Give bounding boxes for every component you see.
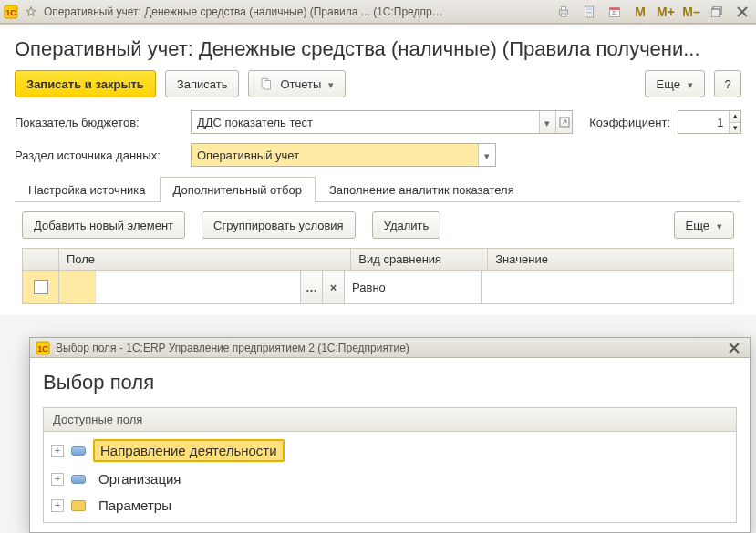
save-label: Записать xyxy=(177,77,228,91)
group-conditions-label: Сгруппировать условия xyxy=(213,219,344,232)
grid-row[interactable]: … × Равно xyxy=(23,271,733,303)
svg-point-8 xyxy=(588,12,589,13)
grid-cell-val[interactable] xyxy=(482,271,733,303)
svg-point-11 xyxy=(588,14,589,15)
grid-cell-field[interactable]: … × xyxy=(59,271,345,303)
grid-cell-cmp[interactable]: Равно xyxy=(345,271,482,303)
dialog-window-title: Выбор поля - 1С:ERP Управление предприят… xyxy=(56,342,409,354)
chevron-down-icon[interactable] xyxy=(478,144,495,166)
more-label: Еще xyxy=(657,77,680,91)
memory-mplus-button[interactable]: M+ xyxy=(656,3,676,21)
page-title: Оперативный учет: Денежные средства (нал… xyxy=(15,37,741,61)
svg-point-7 xyxy=(586,12,587,13)
clear-button[interactable]: × xyxy=(322,271,344,303)
grid-header-cmp: Вид сравнения xyxy=(351,249,488,270)
main-content: Оперативный учет: Денежные средства (нал… xyxy=(0,24,756,315)
svg-point-10 xyxy=(586,14,587,15)
help-label: ? xyxy=(724,77,730,91)
tree-item-organization[interactable]: + Организация xyxy=(49,466,730,492)
calculator-icon[interactable] xyxy=(579,3,599,21)
tab-source-settings[interactable]: Настройка источника xyxy=(15,177,160,202)
grid-cell-field-value[interactable] xyxy=(96,271,300,303)
reports-button[interactable]: Отчеты xyxy=(248,70,346,97)
checkbox-icon[interactable] xyxy=(34,280,48,294)
more-button[interactable]: Еще xyxy=(645,70,705,97)
memory-mminus-button[interactable]: M– xyxy=(681,3,701,21)
section-label: Раздел источника данных: xyxy=(15,149,183,162)
star-icon[interactable] xyxy=(24,5,38,19)
field-picker-dialog: 1C Выбор поля - 1С:ERP Управление предпр… xyxy=(29,337,751,533)
tab-fill-analytics[interactable]: Заполнение аналитик показателя xyxy=(316,177,528,202)
svg-rect-4 xyxy=(561,14,565,16)
dialog-close-icon[interactable] xyxy=(724,339,744,357)
indicator-input[interactable] xyxy=(192,111,539,133)
svg-text:1C: 1C xyxy=(5,8,16,17)
expand-icon[interactable]: + xyxy=(51,445,64,457)
memory-m-button[interactable]: M xyxy=(630,3,650,21)
filter-more-button[interactable]: Еще xyxy=(674,211,734,239)
grid-header-field: Поле xyxy=(59,249,351,270)
dialog-body: Выбор поля Доступные поля + Направление … xyxy=(30,358,750,532)
coef-field[interactable]: ▲▼ xyxy=(678,110,741,134)
dialog-titlebar: 1C Выбор поля - 1С:ERP Управление предпр… xyxy=(30,338,750,358)
row-marker xyxy=(59,271,96,303)
delete-label: Удалить xyxy=(384,219,430,232)
calendar-icon[interactable]: 31 xyxy=(605,3,625,21)
group-conditions-button[interactable]: Сгруппировать условия xyxy=(202,211,356,239)
chevron-down-icon xyxy=(328,77,334,91)
save-and-close-button[interactable]: Записать и закрыть xyxy=(15,70,156,97)
field-icon xyxy=(71,475,86,484)
folder-icon xyxy=(71,500,86,511)
chevron-down-icon xyxy=(688,77,693,91)
main-toolbar: Записать и закрыть Записать Отчеты Еще ? xyxy=(15,70,741,97)
svg-rect-19 xyxy=(264,81,271,89)
tree-item-parameters[interactable]: + Параметры xyxy=(49,492,730,518)
tree-item-activity-direction[interactable]: + Направление деятельности xyxy=(49,436,730,466)
save-button[interactable]: Записать xyxy=(165,70,240,97)
indicator-field[interactable] xyxy=(191,110,573,134)
svg-rect-3 xyxy=(561,6,565,9)
field-icon xyxy=(71,446,86,456)
tab-extra-filter[interactable]: Дополнительный отбор xyxy=(160,177,316,202)
filter-grid: Поле Вид сравнения Значение … × Равно xyxy=(22,248,734,304)
add-element-button[interactable]: Добавить новый элемент xyxy=(22,211,185,239)
coef-spinner[interactable]: ▲▼ xyxy=(729,111,740,133)
expand-icon[interactable]: + xyxy=(51,473,64,486)
chevron-down-icon xyxy=(717,219,722,232)
tree-item-label: Направление деятельности xyxy=(93,439,285,462)
reports-label: Отчеты xyxy=(280,77,321,91)
svg-point-12 xyxy=(590,14,591,15)
coef-input[interactable] xyxy=(678,111,729,133)
grid-header-val: Значение xyxy=(488,249,733,270)
help-button[interactable]: ? xyxy=(714,70,741,97)
restore-window-icon[interactable] xyxy=(707,3,727,21)
svg-text:31: 31 xyxy=(612,10,617,15)
grid-header: Поле Вид сравнения Значение xyxy=(23,249,733,271)
ellipsis-button[interactable]: … xyxy=(300,271,322,303)
tree-item-label: Параметры xyxy=(93,496,177,515)
filter-toolbar: Добавить новый элемент Сгруппировать усл… xyxy=(15,202,741,248)
coef-label: Коэффициент: xyxy=(589,116,670,129)
svg-rect-17 xyxy=(711,9,720,17)
save-and-close-label: Записать и закрыть xyxy=(26,77,144,91)
close-window-icon[interactable] xyxy=(732,3,752,21)
print-icon[interactable] xyxy=(554,3,574,21)
chevron-down-icon[interactable] xyxy=(539,111,555,133)
svg-point-9 xyxy=(590,12,591,13)
section-field[interactable] xyxy=(191,143,496,167)
section-input[interactable] xyxy=(192,144,478,166)
reports-icon xyxy=(260,77,274,91)
fields-tree: + Направление деятельности + Организация… xyxy=(44,432,736,522)
dialog-title: Выбор поля xyxy=(43,371,737,395)
expand-icon[interactable]: + xyxy=(51,499,64,512)
indicator-label: Показатель бюджетов: xyxy=(15,116,183,129)
app-logo-icon: 1C xyxy=(4,5,18,19)
svg-rect-14 xyxy=(610,7,620,10)
delete-button[interactable]: Удалить xyxy=(372,211,441,239)
open-link-icon[interactable] xyxy=(555,111,572,133)
grid-cell-check[interactable] xyxy=(23,271,59,303)
window-titlebar: 1C Оперативный учет: Денежные средства (… xyxy=(0,0,756,24)
app-logo-icon: 1C xyxy=(36,341,50,355)
available-fields-panel: Доступные поля + Направление деятельност… xyxy=(43,407,737,523)
window-title: Оперативный учет: Денежные средства (нал… xyxy=(44,5,445,18)
